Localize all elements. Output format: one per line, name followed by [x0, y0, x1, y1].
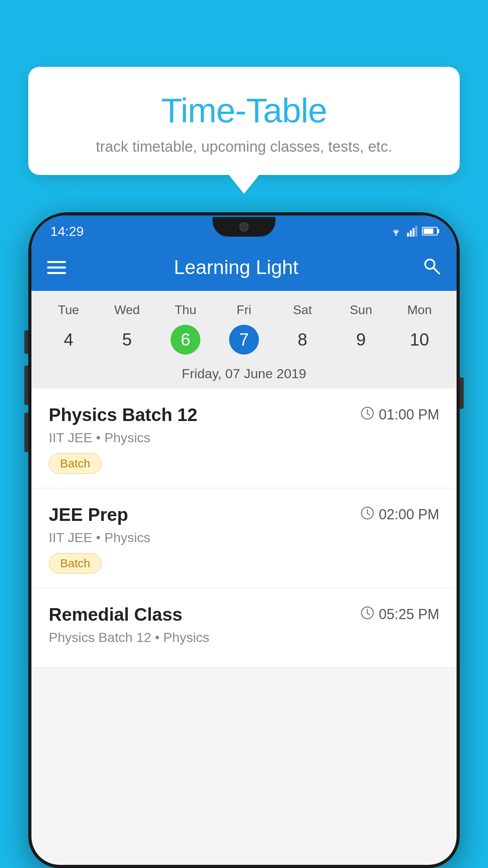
date-8[interactable]: 8: [273, 324, 332, 355]
svg-rect-4: [415, 226, 417, 237]
wifi-icon: [389, 226, 403, 237]
schedule-item-header-1: Physics Batch 12 01:00 PM: [49, 404, 439, 425]
selected-date-label: Friday, 07 June 2019: [31, 361, 457, 388]
clock-icon-1: [361, 406, 374, 423]
schedule-item-3[interactable]: Remedial Class 05:25 PM: [31, 588, 457, 668]
schedule-item-time-1: 01:00 PM: [361, 406, 439, 423]
status-time: 14:29: [50, 224, 84, 239]
day-thu: Thu: [156, 299, 215, 321]
schedule-item-1[interactable]: Physics Batch 12 01:00 PM: [31, 388, 457, 488]
svg-line-9: [367, 414, 370, 415]
day-sat: Sat: [273, 299, 332, 321]
day-sun: Sun: [332, 299, 390, 321]
app-bar: Learning Light: [31, 244, 457, 291]
week-days-row: Tue Wed Thu Fri Sat Sun Mon: [31, 291, 457, 324]
svg-line-6: [434, 268, 439, 274]
svg-rect-3: [413, 228, 415, 237]
schedule-item-time-2: 02:00 PM: [361, 506, 439, 523]
tooltip-card: Time-Table track timetable, upcoming cla…: [28, 67, 460, 175]
date-9[interactable]: 9: [332, 324, 390, 355]
status-icons: [389, 226, 438, 237]
power-button: [460, 377, 464, 409]
svg-line-15: [367, 613, 370, 615]
date-7-selected[interactable]: 7: [229, 325, 259, 355]
day-wed: Wed: [98, 299, 156, 321]
phone-wrapper: 14:29: [28, 212, 460, 868]
batch-badge-1: Batch: [49, 453, 102, 474]
svg-rect-1: [407, 233, 409, 237]
battery-icon: [422, 227, 438, 235]
schedule-item-title-2: JEE Prep: [49, 504, 128, 525]
search-button[interactable]: [422, 256, 441, 278]
calendar-section: Tue Wed Thu Fri Sat Sun Mon 4 5 6 7 8 9 …: [31, 291, 457, 388]
schedule-time-text-1: 01:00 PM: [379, 406, 439, 423]
batch-badge-2: Batch: [49, 553, 102, 574]
schedule-list: Physics Batch 12 01:00 PM: [31, 388, 457, 668]
date-6-today[interactable]: 6: [171, 325, 200, 355]
tooltip-subtitle: track timetable, upcoming classes, tests…: [52, 138, 436, 155]
schedule-item-time-3: 05:25 PM: [361, 606, 439, 623]
volume-down-button: [24, 413, 28, 452]
camera: [239, 222, 249, 232]
svg-point-5: [425, 259, 435, 269]
signal-icon: [407, 226, 418, 237]
date-5[interactable]: 5: [98, 324, 156, 355]
schedule-item-subtitle-3: Physics Batch 12 • Physics: [49, 630, 439, 645]
day-mon: Mon: [390, 299, 449, 321]
schedule-item-title-1: Physics Batch 12: [49, 404, 197, 425]
clock-icon-3: [361, 606, 374, 623]
phone-screen: 14:29: [31, 215, 457, 865]
week-dates-row: 4 5 6 7 8 9 10: [31, 324, 457, 361]
svg-rect-2: [410, 230, 412, 237]
date-10[interactable]: 10: [390, 324, 449, 355]
day-tue: Tue: [39, 299, 98, 321]
svg-line-12: [367, 513, 370, 515]
schedule-time-text-3: 05:25 PM: [379, 606, 439, 623]
date-4[interactable]: 4: [39, 324, 98, 355]
schedule-item-header-3: Remedial Class 05:25 PM: [49, 604, 439, 625]
phone-notch: [213, 217, 275, 237]
clock-icon-2: [361, 506, 374, 523]
mute-button: [24, 330, 28, 354]
schedule-item-title-3: Remedial Class: [49, 604, 182, 625]
app-title: Learning Light: [82, 256, 391, 279]
phone-outer: 14:29: [28, 212, 460, 868]
schedule-item-2[interactable]: JEE Prep 02:00 PM: [31, 488, 457, 588]
schedule-item-subtitle-2: IIT JEE • Physics: [49, 530, 439, 545]
tooltip-title: Time-Table: [52, 90, 436, 131]
schedule-item-header-2: JEE Prep 02:00 PM: [49, 504, 439, 525]
volume-up-button: [24, 366, 28, 405]
menu-icon[interactable]: [47, 261, 66, 274]
svg-point-0: [395, 234, 397, 236]
schedule-item-subtitle-1: IIT JEE • Physics: [49, 430, 439, 445]
day-fri: Fri: [215, 299, 273, 321]
schedule-time-text-2: 02:00 PM: [379, 506, 439, 523]
